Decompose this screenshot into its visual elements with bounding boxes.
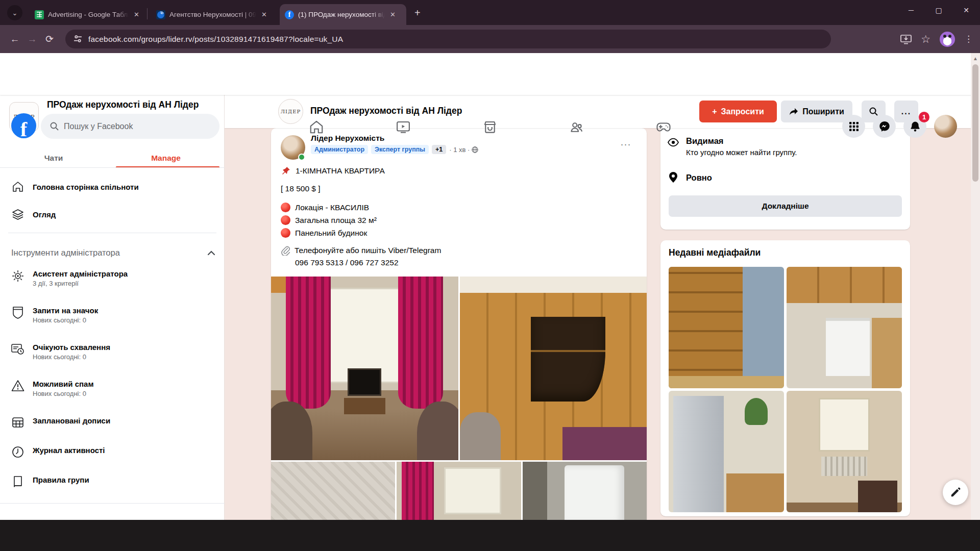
tab-title: Агентство Нерухомості | 09751	[169, 11, 256, 18]
notification-badge: 1	[919, 112, 929, 122]
sidebar-item-possible-spam[interactable]: Можливий спам Нових сьогодні: 0	[4, 380, 220, 397]
media-photo-kitchen[interactable]	[787, 267, 902, 388]
facebook-logo[interactable]: f	[11, 113, 36, 138]
reload-button[interactable]: ⟳	[41, 33, 58, 45]
location-pin-icon	[669, 171, 678, 183]
visibility-title: Видимая	[686, 136, 797, 146]
divider	[0, 503, 225, 504]
nav-marketplace-tab[interactable]	[459, 112, 521, 142]
facebook-search-input[interactable]: Пошук у Facebook	[41, 114, 219, 139]
page-scrollbar[interactable]: ▲	[971, 53, 980, 520]
sidebar-item-scheduled-posts[interactable]: Заплановані дописи	[4, 416, 220, 429]
window-maximize-button[interactable]: ▢	[925, 0, 952, 20]
page-body: ЛІДЕР ПРОдаж нерухомості від АН Лідер + …	[0, 95, 980, 520]
tab-close-icon[interactable]: ✕	[261, 11, 267, 18]
browser-tab-1[interactable]: Advertising - Google Таблиці ✕	[30, 4, 144, 25]
profile-avatar[interactable]	[934, 115, 957, 138]
post-photo-fridge[interactable]	[523, 462, 647, 520]
window-minimize-button[interactable]: ─	[897, 0, 925, 20]
media-photo-fridge[interactable]	[669, 391, 784, 512]
nav-home-tab[interactable]	[286, 112, 347, 142]
screen: ⌄ Advertising - Google Таблиці ✕ Агентст…	[0, 0, 980, 551]
post-price: [ 18 500 $ ]	[281, 184, 321, 193]
divider	[0, 167, 225, 168]
admin-tools-header[interactable]: Інструменти адміністратора	[11, 248, 215, 258]
post-photo-collage-bottom	[271, 462, 647, 520]
scroll-up-arrow[interactable]: ▲	[971, 53, 980, 63]
apps-menu-button[interactable]	[842, 115, 865, 138]
sidebar-item-pending-approval[interactable]: Очікують схвалення Нових сьогодні: 0	[4, 343, 220, 361]
google-sheets-icon	[35, 10, 44, 19]
install-app-icon[interactable]	[900, 34, 912, 44]
sidebar-group-name: ПРОдаж нерухомості від АН Лідер	[47, 99, 215, 111]
learn-more-button[interactable]: Докладніше	[669, 195, 902, 217]
post-photo-living-room[interactable]	[271, 277, 458, 460]
browser-tab-active[interactable]: f (1) ПРОдаж нерухомості від АН ✕	[280, 4, 406, 25]
browser-tab-strip: ⌄ Advertising - Google Таблиці ✕ Агентст…	[0, 0, 980, 25]
post-photo-wallpaper[interactable]	[271, 462, 395, 520]
bookmark-star-icon[interactable]: ☆	[921, 33, 930, 45]
nav-groups-tab[interactable]	[546, 112, 607, 142]
marketplace-icon	[482, 119, 498, 135]
address-bar[interactable]: facebook.com/groups/lider.rv/posts/10328…	[65, 30, 831, 48]
sidebar-item-activity-log[interactable]: Журнал активності	[4, 446, 220, 458]
browser-profile-avatar[interactable]	[940, 32, 955, 47]
recent-media-grid	[669, 267, 902, 512]
sidebar-item-overview[interactable]: Огляд	[4, 203, 220, 226]
tab-title: Advertising - Google Таблиці	[48, 11, 129, 18]
share-button[interactable]: Поширити	[781, 101, 852, 122]
facebook-header-actions: 1	[842, 115, 957, 138]
post-photo-wardrobe[interactable]	[460, 277, 647, 460]
left-sidebar: ЛІДЕР ПРОдаж нерухомості від АН Лідер За…	[0, 95, 225, 520]
video-icon	[396, 119, 411, 135]
window-close-button[interactable]: ✕	[952, 0, 980, 20]
media-photo-hallway[interactable]	[669, 267, 784, 388]
red-dot-icon	[281, 215, 290, 225]
warning-triangle-icon	[11, 380, 24, 392]
notifications-button[interactable]: 1	[903, 115, 926, 138]
tab-title: (1) ПРОдаж нерухомості від АН	[298, 11, 385, 18]
share-arrow-icon	[789, 108, 798, 116]
sidebar-item-admin-assistant[interactable]: Асистент адміністратора 3 дії, 3 критері…	[4, 269, 220, 287]
invite-button[interactable]: + Запросити	[699, 101, 777, 122]
browser-menu-icon[interactable]: ⋮	[964, 34, 973, 44]
media-photo-room[interactable]	[787, 391, 902, 512]
site-info-icon[interactable]	[74, 35, 82, 43]
back-button[interactable]: ←	[6, 34, 23, 45]
plus-icon: +	[712, 107, 717, 116]
post-photo-collage-top	[271, 277, 647, 460]
tab-close-icon[interactable]: ✕	[134, 11, 139, 18]
layers-icon	[11, 208, 24, 220]
sidebar-item-community-home[interactable]: Головна сторінка спільноти	[4, 176, 220, 198]
post-contact-line: Телефонуйте або пишіть Viber/Telegram	[281, 245, 441, 256]
browser-tab-2[interactable]: Агентство Нерухомості | 09751 ✕	[151, 4, 274, 25]
facebook-nav	[286, 106, 694, 148]
url-text[interactable]: facebook.com/groups/lider.rv/posts/10328…	[88, 35, 343, 44]
facebook-favicon: f	[285, 10, 294, 19]
messenger-button[interactable]	[873, 115, 896, 138]
apps-grid-icon	[849, 121, 859, 132]
groups-icon	[569, 119, 584, 135]
nav-gaming-tab[interactable]	[633, 112, 694, 142]
nav-video-tab[interactable]	[373, 112, 434, 142]
sidebar-item-badge-requests[interactable]: Запити на значок Нових сьогодні: 0	[4, 306, 220, 324]
home-icon	[11, 181, 24, 193]
scrollbar-thumb[interactable]	[972, 64, 978, 182]
post-photo-window[interactable]	[397, 462, 521, 520]
post-phone-numbers[interactable]: 096 793 5313 / 096 727 3252	[295, 258, 399, 267]
facebook-header: f Пошук у Facebook	[0, 53, 980, 95]
tab-search-chevron-icon[interactable]: ⌄	[7, 5, 22, 20]
post-bullet-building: Панельний будинок	[281, 228, 367, 238]
recent-media-card: Недавні медіафайли	[660, 240, 910, 516]
tab-chats[interactable]: Чати	[10, 148, 97, 168]
forward-button[interactable]: →	[23, 34, 41, 45]
tab-manage[interactable]: Manage	[122, 148, 209, 168]
create-post-fab[interactable]	[943, 480, 968, 505]
red-dot-icon	[281, 203, 290, 212]
group-location[interactable]: Ровно	[686, 173, 712, 183]
online-status-dot	[298, 154, 305, 161]
sidebar-item-group-rules[interactable]: Правила групи	[4, 475, 220, 488]
tab-close-icon[interactable]: ✕	[390, 11, 396, 18]
clock-icon	[11, 446, 24, 458]
new-tab-button[interactable]: +	[414, 7, 421, 19]
